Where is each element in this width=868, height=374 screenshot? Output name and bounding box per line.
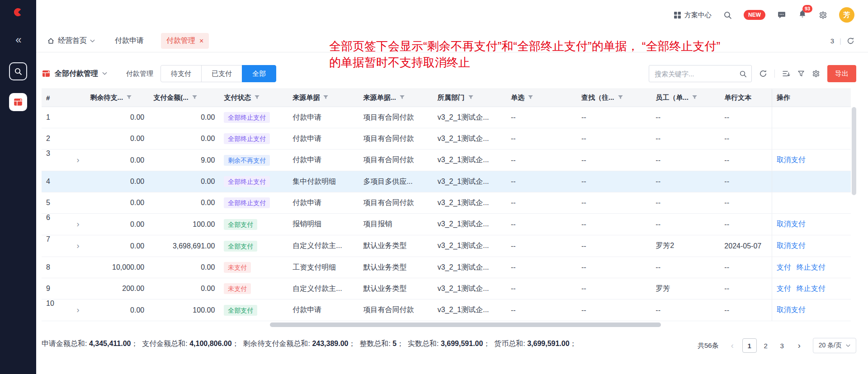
vertical-scrollbar-thumb[interactable] bbox=[852, 107, 856, 195]
cell-lookup: -- bbox=[581, 263, 586, 271]
summary-value: 3,699,591.00 bbox=[527, 340, 569, 347]
column-header-label: 支付状态 bbox=[224, 94, 251, 101]
scheme-center-button[interactable]: 方案中心 bbox=[674, 11, 712, 19]
table-row[interactable]: 10.000.00全部终止支付付款申请项目有合同付款v3_2_1测试企...--… bbox=[42, 107, 851, 128]
filter-icon[interactable] bbox=[528, 94, 533, 100]
page-size-label: 20 条/页 bbox=[819, 341, 842, 350]
tab-label: 付款管理 bbox=[166, 36, 195, 46]
horizontal-scrollbar-thumb[interactable] bbox=[270, 323, 661, 327]
row-action-link[interactable]: 取消支付 bbox=[777, 220, 806, 228]
messages-button[interactable] bbox=[777, 10, 786, 19]
expand-row-icon[interactable]: › bbox=[77, 214, 80, 235]
filter-icon[interactable] bbox=[692, 94, 698, 100]
topbar-search-button[interactable] bbox=[723, 11, 732, 19]
tab-payment-management-filter[interactable]: 付款管理 bbox=[126, 70, 153, 78]
filter-icon[interactable] bbox=[618, 94, 623, 100]
filter-icon[interactable] bbox=[323, 94, 329, 100]
filter-icon[interactable] bbox=[126, 94, 132, 100]
row-index: 3 bbox=[46, 150, 50, 157]
expand-row-icon[interactable]: › bbox=[77, 235, 80, 257]
row-action-link[interactable]: 支付 bbox=[777, 263, 791, 271]
payment-module-icon bbox=[13, 97, 23, 107]
table-footer: 申请金额总和: 4,345,411.00； 支付金额总和: 4,100,806.… bbox=[42, 337, 856, 353]
cell-department: v3_2_1测试企... bbox=[438, 135, 489, 142]
export-button[interactable]: 导出 bbox=[827, 65, 856, 82]
next-page-button[interactable]: › bbox=[792, 338, 807, 353]
tab-payment-management[interactable]: 付款管理 × bbox=[161, 33, 209, 49]
row-action-link[interactable]: 取消支付 bbox=[777, 242, 806, 249]
column-settings-button[interactable] bbox=[812, 70, 820, 78]
cell-radio: -- bbox=[511, 113, 516, 121]
cell-source-doc: 报销明细 bbox=[292, 220, 321, 228]
cell-lookup: -- bbox=[581, 285, 586, 292]
cell-radio: -- bbox=[511, 220, 516, 228]
close-icon[interactable]: × bbox=[199, 37, 203, 45]
sort-list-icon bbox=[782, 70, 790, 77]
row-action-link[interactable]: 终止支付 bbox=[797, 285, 826, 292]
row-index: 6 bbox=[46, 214, 50, 221]
new-badge[interactable]: NEW bbox=[744, 10, 765, 20]
display-settings-button[interactable] bbox=[782, 70, 790, 77]
view-selector[interactable]: 全部付款管理 bbox=[42, 69, 107, 79]
list-toolbar: 全部付款管理 付款管理 待支付 已支付 全部 bbox=[42, 65, 856, 82]
refresh-tabs-button[interactable] bbox=[847, 37, 854, 45]
tab-all[interactable]: 全部 bbox=[242, 65, 276, 82]
notifications-button[interactable]: 93 bbox=[798, 9, 807, 20]
filter-icon[interactable] bbox=[254, 94, 260, 100]
sidebar-app-button[interactable] bbox=[9, 93, 27, 111]
table-row[interactable]: 20.000.00全部终止支付付款申请项目有合同付款v3_2_1测试企...--… bbox=[42, 128, 851, 150]
filter-icon[interactable] bbox=[399, 94, 405, 100]
tab-payment-request[interactable]: 付款申请 bbox=[110, 33, 148, 49]
table-row[interactable]: 50.000.00全部终止支付付款申请项目有合同付款v3_2_1测试企...--… bbox=[42, 192, 851, 214]
cell-remaining-amount: 10,000.00 bbox=[112, 263, 144, 271]
table-row[interactable]: 10›0.00100.00全部支付付款申请项目有合同付款v3_2_1测试企...… bbox=[42, 299, 851, 321]
cell-lookup: -- bbox=[581, 242, 586, 250]
row-index: 7 bbox=[46, 235, 50, 243]
row-action-link[interactable]: 支付 bbox=[777, 285, 791, 292]
column-header: 所属部门 bbox=[433, 89, 506, 107]
prev-page-button[interactable]: ‹ bbox=[725, 338, 740, 353]
filter-icon[interactable] bbox=[192, 94, 198, 100]
table-row[interactable]: 3›0.009.00剩余不再支付付款申请项目有合同付款v3_2_1测试企...-… bbox=[42, 150, 851, 171]
page-size-select[interactable]: 20 条/页 bbox=[813, 338, 856, 353]
search-submit-button[interactable] bbox=[739, 70, 747, 78]
cell-paid-amount: 0.00 bbox=[201, 113, 215, 121]
status-badge: 未支付 bbox=[224, 283, 251, 294]
column-header: 支付金额(... bbox=[149, 89, 219, 107]
page-button[interactable]: 1 bbox=[742, 338, 757, 353]
summary-separator: ； bbox=[483, 340, 490, 347]
settings-button[interactable] bbox=[819, 11, 827, 19]
expand-row-icon[interactable]: › bbox=[77, 299, 80, 321]
tab-pending-payment[interactable]: 待支付 bbox=[160, 65, 202, 82]
summary-value: 3,699,591.00 bbox=[441, 340, 483, 347]
payment-filter-tabs: 待支付 已支付 全部 bbox=[160, 65, 276, 82]
summary-label: 支付金额总和 bbox=[142, 340, 185, 347]
search-icon bbox=[14, 67, 22, 75]
tab-paid[interactable]: 已支付 bbox=[201, 65, 242, 82]
breadcrumb-home[interactable]: 经营首页 bbox=[47, 36, 95, 46]
row-action-link[interactable]: 取消支付 bbox=[777, 156, 806, 164]
row-action-link[interactable]: 取消支付 bbox=[777, 306, 806, 313]
table-row[interactable]: 6›0.00100.00全部支付报销明细项目报销v3_2_1测试企...----… bbox=[42, 214, 851, 235]
filter-button[interactable] bbox=[797, 70, 805, 77]
search-icon bbox=[739, 70, 747, 78]
chat-icon bbox=[777, 10, 786, 19]
cell-department: v3_2_1测试企... bbox=[438, 178, 489, 185]
filter-icon[interactable] bbox=[468, 94, 474, 100]
table-row[interactable]: 40.000.00全部终止支付集中付款明细多项目多供应...v3_2_1测试企.… bbox=[42, 171, 851, 192]
table-row[interactable]: 7›0.003,698,691.00全部支付自定义付款主...默认业务类型v3_… bbox=[42, 235, 851, 257]
column-header: 剩余待支... bbox=[86, 89, 149, 107]
row-action-link[interactable]: 终止支付 bbox=[797, 263, 826, 271]
sidebar-collapse-icon[interactable]: « bbox=[15, 34, 20, 45]
cell-source-type: 默认业务类型 bbox=[363, 285, 406, 292]
expand-row-icon[interactable]: › bbox=[77, 150, 80, 171]
table-row[interactable]: 9200.000.00未支付自定义付款主...默认业务类型v3_2_1测试企..… bbox=[42, 278, 851, 299]
cell-source-type: 默认业务类型 bbox=[363, 263, 406, 271]
column-header-label: 单选 bbox=[511, 94, 524, 101]
user-avatar[interactable]: 芳 bbox=[839, 7, 854, 23]
table-row[interactable]: 810,000.000.00未支付工资支付明细默认业务类型v3_2_1测试企..… bbox=[42, 257, 851, 278]
cell-remaining-amount: 0.00 bbox=[130, 306, 144, 314]
page-button[interactable]: 3 bbox=[775, 338, 789, 353]
sidebar-search-button[interactable] bbox=[9, 62, 27, 80]
page-button[interactable]: 2 bbox=[759, 338, 773, 353]
